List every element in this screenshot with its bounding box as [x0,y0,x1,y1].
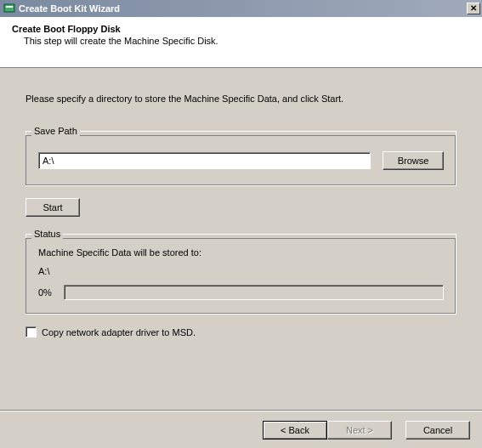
app-icon [3,3,15,14]
instruction-text: Please specify a directory to store the … [26,94,456,104]
status-group: Status Machine Specific Data will be sto… [26,229,456,315]
next-button[interactable]: Next > [327,421,392,439]
copy-driver-checkbox[interactable] [26,326,37,337]
save-path-legend: Save Path [31,126,80,136]
status-line-1: Machine Specific Data will be stored to: [38,247,444,258]
cancel-button[interactable]: Cancel [405,421,470,439]
close-button[interactable]: ✕ [467,3,480,14]
page-subtext: This step will create the Machine Specif… [24,36,470,46]
start-button[interactable]: Start [26,198,80,217]
status-line-2: A:\ [38,266,444,276]
save-path-group: Save Path Browse [26,126,456,186]
wizard-header: Create Boot Floppy Disk This step will c… [0,17,482,68]
browse-button[interactable]: Browse [383,151,444,170]
svg-rect-0 [4,4,14,12]
page-heading: Create Boot Floppy Disk [12,24,470,34]
titlebar: Create Boot Kit Wizard ✕ [0,0,482,17]
progress-percent: 0% [38,287,55,298]
copy-driver-label: Copy network adapter driver to MSD. [42,327,196,337]
window-title: Create Boot Kit Wizard [19,3,467,14]
wizard-footer: < Back Next > Cancel [0,411,482,448]
svg-rect-1 [6,6,13,8]
progress-bar [64,285,444,300]
wizard-body: Please specify a directory to store the … [0,68,482,346]
back-button[interactable]: < Back [263,421,327,439]
status-legend: Status [31,229,63,239]
save-path-input[interactable] [38,152,371,169]
